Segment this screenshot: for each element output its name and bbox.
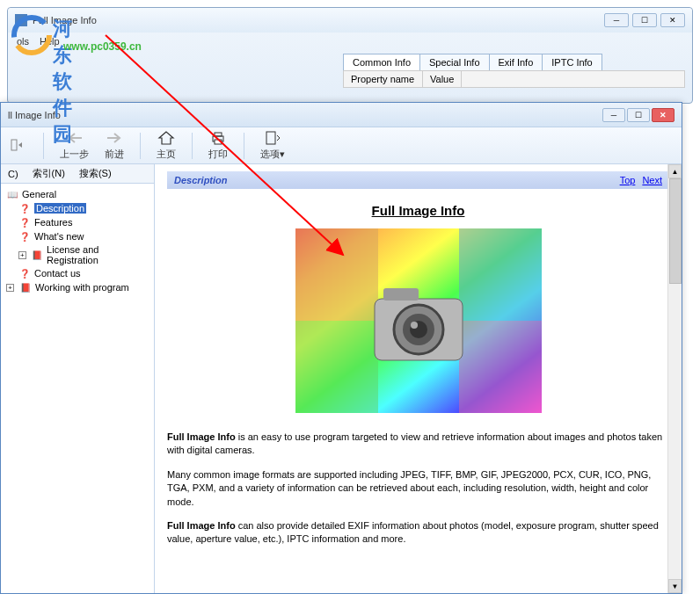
help-close-button[interactable]: ✕: [652, 108, 674, 122]
options-icon: [263, 130, 282, 146]
svg-point-17: [411, 322, 418, 329]
print-icon: [208, 130, 228, 146]
tree-description[interactable]: ❓ Description: [17, 201, 150, 215]
nav-tab-row: C) 索引(N) 搜索(S): [1, 164, 154, 184]
svg-rect-8: [295, 228, 378, 321]
property-headers: Property name Value: [343, 70, 685, 88]
content-header-bar: Description Top Next: [167, 171, 669, 189]
help-window: ll Image Info ─ ☐ ✕ 上一步 前进: [0, 102, 682, 594]
book-icon: 📕: [32, 249, 43, 261]
tree-license[interactable]: + 📕 License and Registration: [17, 243, 150, 266]
content-body: Full Image Info: [167, 189, 669, 571]
help-window-controls: ─ ☐ ✕: [602, 108, 674, 122]
tree-features[interactable]: ❓ Features: [17, 215, 150, 229]
help-content-pane: Description Top Next Full Image Info: [155, 164, 682, 593]
main-titlebar: Full Image Info ─ ☐ ✕: [8, 8, 692, 33]
help-minimize-button[interactable]: ─: [602, 108, 625, 122]
nav-tab-contents[interactable]: C): [4, 168, 22, 180]
col-property-name: Property name: [344, 71, 423, 87]
page-icon: ❓: [18, 230, 31, 243]
expand-icon[interactable]: +: [18, 251, 26, 259]
toolbar-hide-button[interactable]: [8, 137, 27, 155]
svg-rect-2: [11, 140, 17, 150]
content-header-title: Description: [174, 175, 228, 185]
toolbar-options-button[interactable]: 选项▾: [260, 130, 285, 161]
watermark-url: www.pc0359.cn: [63, 40, 142, 53]
toolbar-print-button[interactable]: 打印: [208, 130, 228, 161]
help-titlebar: ll Image Info ─ ☐ ✕: [1, 103, 682, 127]
page-icon: ❓: [18, 267, 31, 279]
tree-whatsnew[interactable]: ❓ What's new: [17, 229, 150, 243]
tab-exif-info[interactable]: Exif Info: [489, 54, 543, 70]
toolbar-home-button[interactable]: 主页: [157, 130, 176, 161]
hero-image: [295, 228, 542, 413]
forward-arrow-icon: [105, 130, 124, 146]
minimize-button[interactable]: ─: [604, 13, 629, 27]
para2: Many common image formats are supported …: [167, 468, 669, 509]
svg-rect-10: [295, 321, 378, 413]
page-icon: ❓: [18, 216, 31, 228]
tree-general[interactable]: 📖 General: [4, 187, 150, 201]
scroll-down-button[interactable]: ▼: [668, 579, 682, 593]
svg-rect-4: [215, 133, 222, 136]
svg-rect-13: [383, 288, 419, 301]
scroll-thumb[interactable]: [669, 178, 682, 284]
page-icon: ❓: [18, 202, 31, 214]
watermark-logo-icon: [11, 14, 53, 56]
para1: Full Image Info is an easy to use progra…: [167, 431, 669, 458]
main-app-window: Full Image Info ─ ☐ ✕ ols Help Common In…: [7, 7, 693, 104]
col-value: Value: [423, 71, 462, 87]
home-icon: [157, 130, 176, 146]
svg-rect-9: [459, 228, 542, 321]
hide-icon: [8, 137, 27, 153]
vertical-scrollbar[interactable]: ▲ ▼: [667, 164, 682, 593]
expand-icon[interactable]: +: [6, 284, 14, 292]
content-title: Full Image Info: [167, 203, 669, 218]
close-button[interactable]: ✕: [660, 13, 685, 27]
link-next[interactable]: Next: [642, 175, 662, 185]
svg-rect-5: [215, 140, 222, 144]
toolbar-forward-button[interactable]: 前进: [105, 130, 124, 161]
help-tree: 📖 General ❓ Description ❓ Features ❓ Wha…: [1, 184, 154, 593]
svg-rect-6: [266, 132, 275, 144]
help-toolbar: 上一步 前进 主页 打印 选项▾: [1, 127, 682, 164]
nav-tab-index[interactable]: 索引(N): [29, 166, 69, 181]
tab-iptc-info[interactable]: IPTC Info: [542, 54, 602, 70]
main-window-controls: ─ ☐ ✕: [604, 13, 685, 27]
book-open-icon: 📖: [6, 188, 18, 200]
link-top[interactable]: Top: [620, 175, 636, 185]
watermark-text: 河东软件园: [53, 16, 72, 148]
tree-contact[interactable]: ❓ Contact us: [17, 266, 150, 280]
scroll-up-button[interactable]: ▲: [668, 164, 682, 178]
maximize-button[interactable]: ☐: [632, 13, 657, 27]
info-tabs: Common Info Special Info Exif Info IPTC …: [343, 54, 685, 70]
tab-common-info[interactable]: Common Info: [343, 54, 420, 70]
para3: Full Image Info can also provide detaile…: [167, 519, 669, 547]
tab-special-info[interactable]: Special Info: [419, 54, 489, 70]
tree-working[interactable]: + 📕 Working with program: [4, 280, 150, 294]
nav-tab-search[interactable]: 搜索(S): [76, 166, 115, 181]
help-nav-panel: C) 索引(N) 搜索(S) 📖 General ❓ Description ❓…: [1, 164, 155, 593]
svg-rect-11: [459, 321, 542, 413]
book-icon: 📕: [19, 281, 32, 293]
help-maximize-button[interactable]: ☐: [627, 108, 650, 122]
